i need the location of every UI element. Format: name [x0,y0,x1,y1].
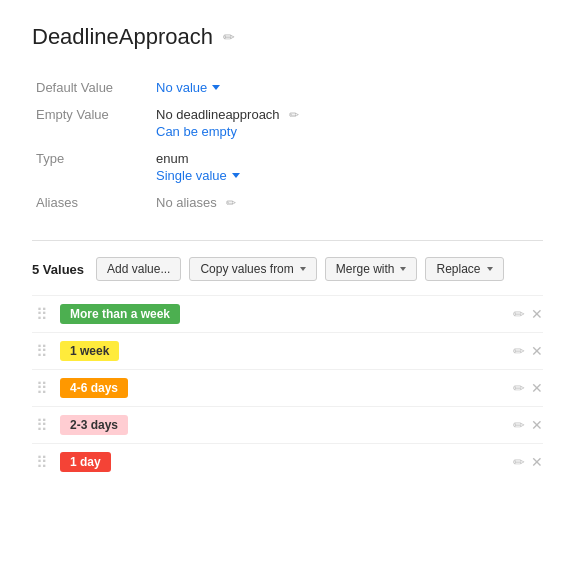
value-list: ⠿ More than a week ✏ ✕ ⠿ 1 week ✏ ✕ ⠿ 4-… [32,295,543,480]
edit-value-icon[interactable]: ✏ [513,343,525,359]
aliases-label: Aliases [32,189,152,216]
empty-value-row-inner: No deadlineapproach ✏ [156,107,539,122]
row-actions: ✏ ✕ [513,306,543,322]
drag-handle[interactable]: ⠿ [32,416,52,435]
default-value-text: No value [156,80,207,95]
delete-value-icon[interactable]: ✕ [531,380,543,396]
row-actions: ✏ ✕ [513,417,543,433]
empty-value-edit-icon[interactable]: ✏ [289,108,299,122]
row-actions: ✏ ✕ [513,343,543,359]
drag-handle[interactable]: ⠿ [32,305,52,324]
type-cell: enum Single value [152,145,543,189]
aliases-cell: No aliases ✏ [152,189,543,216]
list-item: ⠿ 2-3 days ✏ ✕ [32,406,543,443]
default-value-dropdown-arrow [212,85,220,90]
add-value-button[interactable]: Add value... [96,257,181,281]
value-badge: 4-6 days [60,378,128,398]
value-badge: 1 day [60,452,111,472]
edit-value-icon[interactable]: ✏ [513,380,525,396]
can-be-empty-link[interactable]: Can be empty [156,124,539,139]
drag-handle[interactable]: ⠿ [32,453,52,472]
single-value-dropdown-arrow [232,173,240,178]
drag-handle[interactable]: ⠿ [32,342,52,361]
replace-button[interactable]: Replace [425,257,503,281]
type-text: enum [156,151,539,166]
value-badge: 1 week [60,341,119,361]
default-value-cell: No value [152,74,543,101]
row-actions: ✏ ✕ [513,454,543,470]
merge-with-button[interactable]: Merge with [325,257,418,281]
empty-value-label: Empty Value [32,101,152,145]
drag-handle[interactable]: ⠿ [32,379,52,398]
properties-table: Default Value No value Empty Value No de… [32,74,543,216]
values-header: 5 Values Add value... Copy values from M… [32,257,543,281]
replace-arrow [487,267,493,271]
list-item: ⠿ 1 day ✏ ✕ [32,443,543,480]
delete-value-icon[interactable]: ✕ [531,454,543,470]
row-actions: ✏ ✕ [513,380,543,396]
list-item: ⠿ More than a week ✏ ✕ [32,295,543,332]
type-row: Type enum Single value [32,145,543,189]
empty-value-cell: No deadlineapproach ✏ Can be empty [152,101,543,145]
edit-value-icon[interactable]: ✏ [513,306,525,322]
section-divider [32,240,543,241]
copy-values-button[interactable]: Copy values from [189,257,316,281]
aliases-text: No aliases [156,195,217,210]
type-label: Type [32,145,152,189]
empty-value-text: No deadlineapproach [156,107,280,122]
aliases-edit-icon[interactable]: ✏ [226,196,236,210]
single-value-text: Single value [156,168,227,183]
title-row: DeadlineApproach ✏ [32,24,543,50]
default-value-row: Default Value No value [32,74,543,101]
title-edit-icon[interactable]: ✏ [223,29,235,45]
value-badge: More than a week [60,304,180,324]
edit-value-icon[interactable]: ✏ [513,454,525,470]
value-badge: 2-3 days [60,415,128,435]
copy-values-arrow [300,267,306,271]
page-title: DeadlineApproach [32,24,213,50]
default-value-label: Default Value [32,74,152,101]
list-item: ⠿ 1 week ✏ ✕ [32,332,543,369]
delete-value-icon[interactable]: ✕ [531,343,543,359]
delete-value-icon[interactable]: ✕ [531,417,543,433]
aliases-row: Aliases No aliases ✏ [32,189,543,216]
merge-with-arrow [400,267,406,271]
page-container: DeadlineApproach ✏ Default Value No valu… [0,0,575,504]
default-value-link[interactable]: No value [156,80,220,95]
edit-value-icon[interactable]: ✏ [513,417,525,433]
delete-value-icon[interactable]: ✕ [531,306,543,322]
single-value-link[interactable]: Single value [156,168,240,183]
list-item: ⠿ 4-6 days ✏ ✕ [32,369,543,406]
empty-value-row: Empty Value No deadlineapproach ✏ Can be… [32,101,543,145]
values-count: 5 Values [32,262,84,277]
